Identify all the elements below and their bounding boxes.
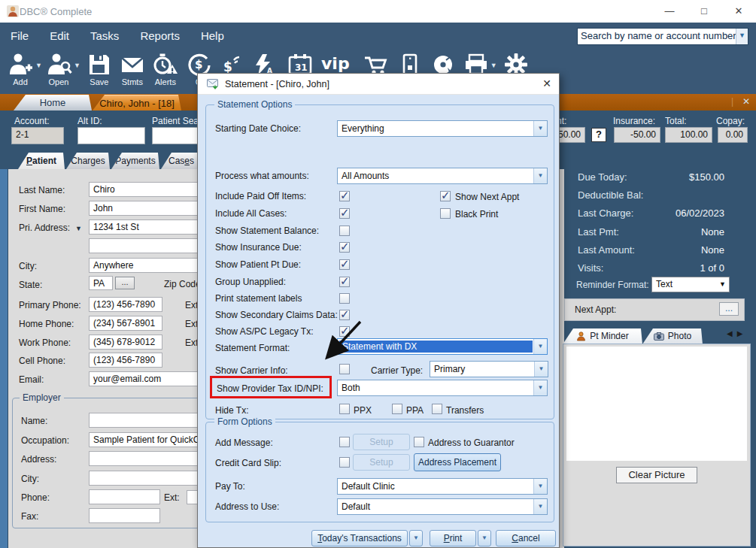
credit-card-setup-button[interactable]: Setup	[353, 454, 410, 471]
combo-arrow-icon[interactable]: ▼	[534, 362, 548, 377]
address-placement-button[interactable]: Address Placement	[414, 453, 501, 471]
toolbar-add-button[interactable]: Add	[7, 53, 34, 86]
employer-address-field[interactable]	[89, 451, 211, 466]
patient-search-box[interactable]: Search by name or account number ▼	[577, 28, 748, 45]
tab-photo[interactable]: Photo	[642, 328, 703, 344]
message-setup-button[interactable]: Setup	[353, 434, 410, 450]
tab-charges[interactable]: Charges	[66, 153, 110, 169]
black-print-checkbox[interactable]	[440, 208, 451, 219]
print-dropdown-caret[interactable]: ▼	[490, 62, 497, 69]
tab-home[interactable]: Home	[14, 95, 92, 111]
tab-pt-minder[interactable]: Pt Minder	[563, 328, 642, 344]
show-secondary-claims-checkbox[interactable]	[339, 310, 350, 320]
hide-ppa-checkbox[interactable]	[392, 404, 402, 414]
state-browse-button[interactable]: ...	[115, 277, 135, 289]
include-all-cases-label: Include All Cases:	[215, 208, 287, 219]
tab-patient-chiro-john[interactable]: Chiro, John - [18]	[93, 95, 181, 111]
combo-arrow-icon[interactable]: ▼	[533, 499, 547, 514]
combo-arrow-icon[interactable]: ▼	[533, 121, 547, 136]
home-phone-field[interactable]: (234) 567-8901	[89, 316, 162, 331]
address-to-use-combo[interactable]: Default ▼	[337, 498, 548, 515]
group-unapplied-checkbox[interactable]	[339, 277, 350, 287]
include-all-cases-checkbox[interactable]	[339, 208, 350, 219]
scroll-right-icon[interactable]: ▶	[737, 329, 748, 338]
combo-arrow-icon[interactable]: ▼	[533, 380, 547, 395]
todays-transactions-dropdown[interactable]: ▼	[409, 530, 423, 546]
pay-to-combo[interactable]: Default Clinic ▼	[337, 478, 548, 495]
show-statement-balance-checkbox[interactable]	[339, 226, 350, 236]
city-field[interactable]: Anywhere	[89, 258, 211, 273]
email-field[interactable]: your@email.com	[89, 371, 211, 386]
combo-arrow-icon[interactable]: ▼	[533, 479, 547, 494]
combo-arrow-icon[interactable]: ▼	[719, 280, 726, 288]
alt-id-field[interactable]	[77, 127, 145, 144]
menu-help[interactable]: Help	[190, 23, 235, 50]
open-dropdown-caret[interactable]: ▼	[74, 62, 80, 69]
show-insurance-due-checkbox[interactable]	[339, 242, 350, 253]
todays-transactions-button[interactable]: Today's Transactions	[311, 530, 408, 546]
toolbar-stmts-button[interactable]: Stmts	[120, 53, 145, 86]
first-name-field[interactable]: John	[89, 201, 211, 216]
next-appt-browse-button[interactable]: ...	[719, 302, 739, 316]
show-patient-pt-due-checkbox[interactable]	[339, 259, 350, 270]
close-button[interactable]: ✕	[721, 0, 756, 23]
combo-arrow-icon[interactable]: ▼	[533, 168, 547, 183]
pri-address-caret-icon[interactable]: ▼	[75, 225, 82, 232]
pri-address-field[interactable]: 1234 1st St	[89, 220, 211, 235]
menu-reports[interactable]: Reports	[129, 23, 190, 50]
state-field[interactable]: PA	[89, 276, 113, 290]
print-button[interactable]: Print	[430, 530, 476, 546]
carrier-type-combo[interactable]: Primary ▼	[430, 361, 548, 377]
toolbar-open-button[interactable]: Open	[45, 53, 72, 86]
menu-edit[interactable]: Edit	[39, 23, 80, 50]
reminder-format-combo[interactable]: Text ▼	[651, 277, 730, 292]
statement-format-combo[interactable]: Statement with DX ▼	[337, 338, 548, 355]
hide-transfers-checkbox[interactable]	[432, 404, 442, 414]
search-dropdown-button[interactable]: ▼	[736, 29, 748, 44]
tab-cases[interactable]: Cases	[161, 153, 202, 169]
tab-close-icon[interactable]: ✕	[742, 96, 750, 107]
address-to-guarantor-checkbox[interactable]	[414, 437, 424, 447]
show-next-appt-checkbox[interactable]	[440, 191, 451, 201]
primary-phone-field[interactable]: (123) 456-7890	[89, 297, 162, 312]
clear-picture-button[interactable]: Clear Picture	[616, 467, 697, 483]
search-input[interactable]: Search by name or account number	[578, 29, 736, 44]
fax-field[interactable]	[89, 508, 160, 523]
menu-file[interactable]: File	[0, 23, 39, 50]
print-statement-labels-checkbox[interactable]	[339, 293, 350, 304]
tab-payments[interactable]: Payments	[111, 153, 159, 169]
cell-phone-field[interactable]: (123) 456-7890	[89, 353, 162, 368]
tab-scroll-arrows[interactable]: ◀▶	[727, 329, 747, 338]
provider-taxid-combo[interactable]: Both ▼	[337, 380, 548, 396]
work-phone-field[interactable]: (345) 678-9012	[89, 335, 162, 350]
toolbar-vip-button[interactable]: vip	[320, 50, 353, 74]
show-carrier-info-checkbox[interactable]	[339, 364, 350, 374]
employer-name-field[interactable]	[89, 413, 211, 428]
employer-city-field[interactable]	[89, 471, 211, 486]
toolbar-save-button[interactable]: Save	[87, 53, 111, 86]
dialog-close-icon[interactable]: ✕	[542, 77, 551, 89]
menu-tasks[interactable]: Tasks	[80, 23, 129, 50]
help-question-button[interactable]: ?	[591, 128, 606, 142]
address2-field[interactable]	[89, 238, 211, 253]
show-aspc-legacy-checkbox[interactable]	[339, 326, 350, 337]
hide-ppx-checkbox[interactable]	[339, 404, 350, 414]
black-print-label: Black Print	[455, 209, 498, 220]
occupation-field[interactable]: Sample Patient for QuickCh	[89, 432, 211, 447]
print-dropdown[interactable]: ▼	[478, 530, 491, 546]
add-message-checkbox[interactable]	[339, 437, 350, 447]
maximize-button[interactable]: □	[687, 0, 721, 23]
last-name-field[interactable]: Chiro	[89, 182, 211, 197]
cancel-button[interactable]: Cancel	[496, 530, 556, 546]
process-amounts-combo[interactable]: All Amounts ▼	[337, 168, 548, 184]
combo-arrow-icon[interactable]: ▼	[533, 339, 547, 354]
minimize-button[interactable]: —	[652, 0, 687, 23]
tab-patient[interactable]: Patient	[18, 153, 65, 169]
toolbar-alerts-button[interactable]: Alerts	[152, 53, 179, 86]
include-paid-off-checkbox[interactable]	[339, 191, 350, 201]
starting-date-combo[interactable]: Everything ▼	[337, 120, 548, 137]
scroll-left-icon[interactable]: ◀	[727, 329, 737, 338]
employer-phone-field[interactable]	[89, 489, 160, 504]
add-dropdown-caret[interactable]: ▼	[35, 62, 42, 69]
credit-card-slip-checkbox[interactable]	[339, 457, 350, 468]
